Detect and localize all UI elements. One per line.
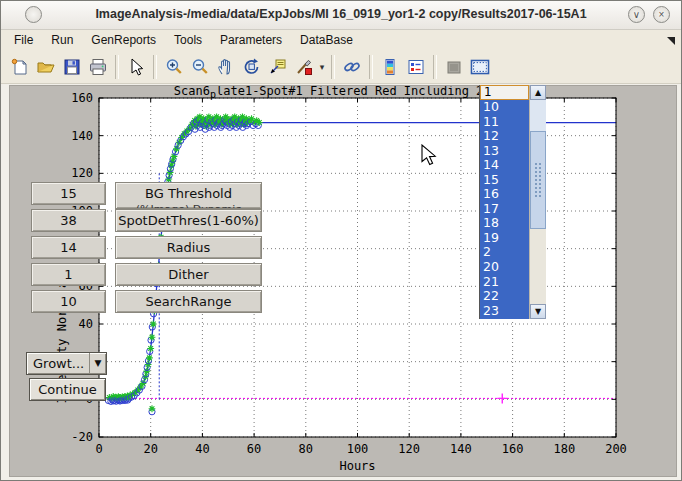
close-window-button[interactable]: ×	[653, 6, 670, 23]
svg-text:120: 120	[398, 442, 420, 456]
listbox-item[interactable]: 12	[480, 129, 530, 144]
data-cursor-icon[interactable]	[265, 54, 291, 80]
pointer-icon[interactable]	[123, 54, 149, 80]
searchrange-field[interactable]: 10	[31, 290, 106, 313]
titlebar: ImageAnalysis-/media/data/ExpJobs/MI 16_…	[1, 1, 681, 30]
toolbar-separator	[369, 55, 373, 79]
zoom-out-icon[interactable]	[187, 54, 213, 80]
svg-text:120: 120	[71, 166, 93, 180]
listbox-item[interactable]: 17	[480, 202, 530, 217]
bg-threshold-field[interactable]: 15	[31, 182, 106, 205]
scroll-up-button[interactable]: ▲	[530, 85, 546, 100]
toolbar: ▾	[1, 51, 681, 84]
spotdetthres-field[interactable]: 38	[31, 209, 106, 232]
growth-dropdown-label: Growt...	[33, 356, 84, 371]
listbox-item[interactable]: 22	[480, 289, 530, 304]
menu-tools[interactable]: Tools	[165, 30, 211, 51]
save-icon[interactable]	[59, 54, 85, 80]
toolbar-separator	[433, 55, 437, 79]
scrollbar-track[interactable]	[530, 100, 546, 131]
growth-curve-plot[interactable]: 020406080100120140160180200-200204060801…	[10, 86, 676, 476]
listbox-item[interactable]: 13	[480, 144, 530, 159]
print-icon[interactable]	[85, 54, 111, 80]
searchrange-button[interactable]: SearchRange	[115, 290, 262, 313]
bg-threshold-label: BG Threshold	[116, 183, 261, 204]
scrollbar-thumb[interactable]	[530, 131, 546, 229]
listbox-scrollbar[interactable]: ▲ ▼	[529, 85, 546, 319]
figure-canvas: 020406080100120140160180200-200204060801…	[9, 85, 677, 477]
svg-text:140: 140	[450, 442, 472, 456]
listbox-item[interactable]: 20	[480, 260, 530, 275]
toolbar-separator	[115, 55, 119, 79]
svg-text:180: 180	[553, 442, 575, 456]
menu-parameters[interactable]: Parameters	[211, 30, 291, 51]
link-plots-icon[interactable]	[339, 54, 365, 80]
listbox-item[interactable]: 14	[480, 158, 530, 173]
svg-text:60: 60	[247, 442, 261, 456]
mouse-cursor	[421, 144, 439, 168]
listbox-item[interactable]: 23	[480, 304, 530, 319]
listbox-item[interactable]: 16	[480, 187, 530, 202]
listbox-item[interactable]: 15	[480, 173, 530, 188]
svg-text:100: 100	[347, 442, 369, 456]
dither-button[interactable]: Dither	[115, 263, 262, 286]
brush-icon[interactable]	[291, 54, 317, 80]
brush-dropdown-icon[interactable]: ▾	[317, 62, 327, 72]
svg-text:20: 20	[143, 442, 157, 456]
continue-button[interactable]: Continue	[29, 378, 106, 401]
listbox-item[interactable]: 18	[480, 216, 530, 231]
svg-text:140: 140	[71, 129, 93, 143]
listbox-item[interactable]: 2	[480, 245, 530, 260]
chevron-down-icon: ▼	[89, 353, 106, 374]
listbox-selected-item[interactable]: 1	[480, 85, 529, 100]
spotdetthres-button[interactable]: SpotDetThres(1-60%)	[115, 209, 262, 232]
bg-threshold-button[interactable]: BG Threshold (%Image) Dynamic	[115, 182, 262, 209]
svg-text:80: 80	[299, 442, 313, 456]
svg-text:-20: -20	[71, 430, 93, 444]
new-file-icon[interactable]	[7, 54, 33, 80]
menu-file[interactable]: File	[5, 30, 42, 51]
listbox-item[interactable]: 11	[480, 115, 530, 130]
insert-legend-icon[interactable]	[403, 54, 429, 80]
spot-number-listbox[interactable]: 1 10111213141516171819220212223 ▲ ▼	[479, 85, 546, 319]
rotate-3d-icon[interactable]	[239, 54, 265, 80]
pan-hand-icon[interactable]	[213, 54, 239, 80]
plot-tools-off-icon[interactable]	[441, 54, 467, 80]
dither-field[interactable]: 1	[31, 263, 106, 286]
svg-text:0: 0	[95, 442, 102, 456]
menu-run[interactable]: Run	[42, 30, 82, 51]
svg-text:40: 40	[195, 442, 209, 456]
radius-button[interactable]: Radius	[115, 236, 262, 259]
scroll-down-button[interactable]: ▼	[530, 304, 546, 319]
app-window: ImageAnalysis-/media/data/ExpJobs/MI 16_…	[0, 0, 682, 481]
shade-window-button[interactable]: ∨	[628, 6, 645, 23]
insert-colorbar-icon[interactable]	[377, 54, 403, 80]
listbox-item[interactable]: 10	[480, 100, 530, 115]
menu-database[interactable]: DataBase	[291, 30, 362, 51]
window-title: ImageAnalysis-/media/data/ExpJobs/MI 16_…	[1, 7, 681, 21]
figure-window-icon[interactable]	[467, 54, 493, 80]
x-axis-label: Hours	[339, 459, 375, 473]
svg-text:200: 200	[605, 442, 627, 456]
listbox-item[interactable]: 19	[480, 231, 530, 246]
zoom-in-icon[interactable]	[161, 54, 187, 80]
svg-text:160: 160	[71, 91, 93, 105]
listbox-item[interactable]: 21	[480, 275, 530, 290]
svg-text:40: 40	[79, 317, 93, 331]
toolbar-separator	[331, 55, 335, 79]
menubar: File Run GenReports Tools Parameters Dat…	[1, 30, 681, 51]
menubar-grip-icon	[667, 37, 675, 45]
toolbar-separator	[153, 55, 157, 79]
radius-field[interactable]: 14	[31, 236, 106, 259]
menu-genreports[interactable]: GenReports	[82, 30, 165, 51]
open-file-icon[interactable]	[33, 54, 59, 80]
svg-text:160: 160	[502, 442, 524, 456]
growth-mode-dropdown[interactable]: Growt... ▼	[26, 352, 107, 375]
